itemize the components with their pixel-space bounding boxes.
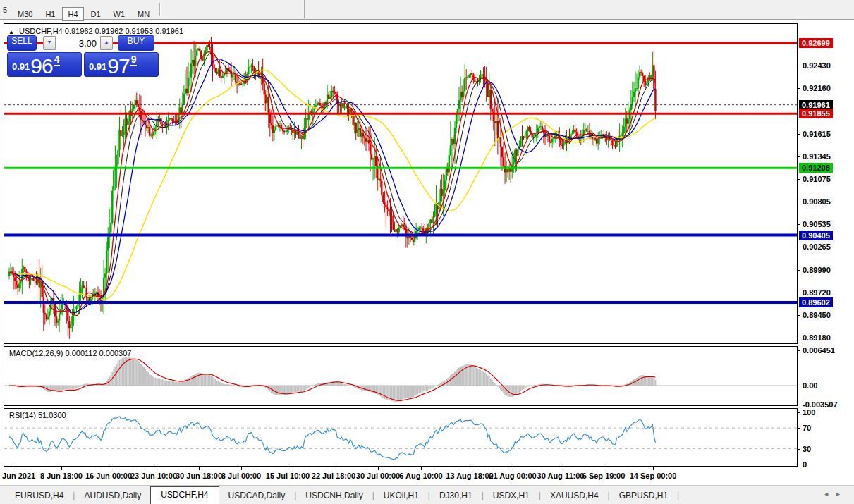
axis-tick <box>798 66 800 66</box>
chart-tab-AUDUSD-Daily[interactable]: AUDUSD,Daily <box>75 488 150 504</box>
axis-tick <box>798 247 800 247</box>
sell-button[interactable]: SELL <box>7 35 37 51</box>
chart-tab-USDCAD-Daily[interactable]: USDCAD,Daily <box>219 488 295 504</box>
time-tick <box>604 467 604 470</box>
sell-price-display[interactable]: 0.91 96 4 <box>7 52 82 77</box>
tab-scroll-left-icon[interactable]: ◄ <box>823 491 835 498</box>
buy-price-display[interactable]: 0.91 97 9 <box>84 52 159 77</box>
axis-tick <box>798 386 800 386</box>
chart-ohlc-values: 0.91962 0.91962 0.91953 0.91961 <box>65 27 183 35</box>
time-axis-label: 30 Jun 18:00 <box>176 472 222 480</box>
price-axis-label: 0.90805 <box>803 197 831 207</box>
time-axis-label: 16 Jun 00:00 <box>85 472 132 480</box>
axis-tick <box>798 224 800 225</box>
time-axis-label: 15 Jul 10:00 <box>266 472 310 480</box>
triangle-down-icon: ▼ <box>47 39 52 44</box>
time-tick <box>421 467 422 470</box>
time-tick <box>241 467 242 470</box>
volume-decrease-button[interactable]: ▼ <box>43 36 56 50</box>
time-tick <box>61 467 62 470</box>
time-tick <box>378 467 379 470</box>
price-axis-label: 0.92430 <box>803 61 831 70</box>
price-axis-label: 0.91615 <box>803 130 831 139</box>
chart-tab-USDX-H1[interactable]: USDX,H1 <box>484 488 539 504</box>
rsi-indicator-frame[interactable]: RSI(14) 51.0300 <box>4 408 798 467</box>
chart-symbol-label: USDCHF,H4 <box>19 27 63 35</box>
time-tick <box>513 467 513 470</box>
price-badge-blue: 0.90405 <box>799 231 833 240</box>
collapse-triangle-icon[interactable]: ▲ <box>8 29 14 35</box>
timeframe-button-group: 5M30H1H4D1W1MN <box>0 0 305 18</box>
chart-tab-DJ30-H1[interactable]: DJ30,H1 <box>430 488 482 504</box>
rsi-axis-label: 70 <box>803 424 811 433</box>
axis-tick <box>798 449 800 450</box>
chart-tab-EURUSD-H4[interactable]: EURUSD,H4 <box>6 488 73 504</box>
macd-indicator-frame[interactable]: MACD(12,26,9) 0.000112 0.000307 <box>4 346 798 406</box>
time-axis[interactable]: 1 Jun 20218 Jun 18:0016 Jun 00:0023 Jun … <box>0 467 798 485</box>
timeframe-button-partial[interactable]: 5 <box>1 3 11 17</box>
timeframe-button-W1[interactable]: W1 <box>108 7 131 21</box>
axis-tick <box>798 350 800 351</box>
price-badge-green: 0.91208 <box>799 163 833 173</box>
axis-tick <box>798 270 800 271</box>
timeframe-button-D1[interactable]: D1 <box>85 7 106 21</box>
timeframe-button-H4[interactable]: H4 <box>62 7 83 21</box>
time-tick <box>16 467 16 470</box>
price-axis-label: 0.90535 <box>803 220 831 229</box>
tab-scroll-arrows[interactable]: ◄► <box>823 491 847 498</box>
macd-label: MACD(12,26,9) 0.000112 0.000307 <box>9 349 131 357</box>
tab-scroll-right-icon[interactable]: ► <box>835 491 847 498</box>
time-axis-label: 14 Sep 00:00 <box>630 472 677 480</box>
price-axis[interactable]: 0.926990.924300.921600.919610.918550.916… <box>798 0 854 504</box>
time-axis-label: 6 Sep 19:00 <box>582 472 626 480</box>
time-tick <box>470 467 470 470</box>
chart-tab-USDCHF-H4[interactable]: USDCHF,H4 <box>150 486 219 504</box>
timeframe-button-MN[interactable]: MN <box>132 7 155 21</box>
sell-price-prefix: 0.91 <box>12 61 30 72</box>
chart-title: ▲ USDCHF,H4 0.91962 0.91962 0.91953 0.91… <box>8 27 183 35</box>
toolbar-separator <box>159 3 161 16</box>
tab-separator: | <box>677 491 679 504</box>
time-tick <box>199 467 200 470</box>
axis-tick <box>798 465 800 465</box>
axis-tick <box>798 179 800 180</box>
rsi-label: RSI(14) 51.0300 <box>9 411 66 419</box>
price-badge-red: 0.92699 <box>799 38 833 48</box>
chart-tab-GBPUSD-H1[interactable]: GBPUSD,H1 <box>610 488 677 504</box>
price-axis-label: 0.90265 <box>803 242 831 252</box>
macd-axis-label: 0.00 <box>803 381 817 391</box>
timeframe-button-M30[interactable]: M30 <box>12 7 38 21</box>
time-axis-label: 21 Aug 00:00 <box>489 472 536 480</box>
axis-tick <box>798 202 800 202</box>
triangle-up-icon: ▲ <box>104 39 109 44</box>
rsi-axis-label: 100 <box>803 408 815 417</box>
price-axis-label: 0.89180 <box>803 333 831 343</box>
chart-tab-UKOil-H1[interactable]: UKOil,H1 <box>374 488 428 504</box>
buy-button[interactable]: BUY <box>118 35 154 51</box>
time-tick <box>288 467 288 470</box>
volume-input[interactable] <box>56 37 100 49</box>
chart-tab-USDCNH-Daily[interactable]: USDCNH,Daily <box>296 488 372 504</box>
rsi-axis-label: 0 <box>803 460 807 469</box>
buy-price-big-digits: 97 <box>107 57 129 75</box>
time-axis-label: 13 Aug 18:00 <box>446 472 493 480</box>
axis-tick <box>798 412 800 413</box>
axis-tick <box>798 405 800 405</box>
timeframe-button-H1[interactable]: H1 <box>39 7 61 21</box>
time-axis-label: 30 Jul 00:00 <box>356 472 400 480</box>
price-badge-red: 0.91855 <box>799 109 833 118</box>
time-axis-label: 8 Jun 18:00 <box>40 472 83 480</box>
price-axis-label: 0.91345 <box>803 152 831 161</box>
chart-tab-bar: EURUSD,H4|AUDUSD,DailyUSDCHF,H4USDCAD,Da… <box>0 485 854 504</box>
axis-tick <box>798 88 800 89</box>
chart-tab-XAUUSD-H4[interactable]: XAUUSD,H4 <box>541 488 608 504</box>
volume-increase-button[interactable]: ▲ <box>100 36 113 50</box>
time-tick <box>154 467 154 470</box>
timeframe-toolbar: 5M30H1H4D1W1MN <box>0 0 854 20</box>
main-chart-frame[interactable]: ▲ USDCHF,H4 0.91962 0.91962 0.91953 0.91… <box>4 23 798 344</box>
price-axis-label: 0.91075 <box>803 175 831 184</box>
axis-tick <box>798 134 800 135</box>
sell-price-big-digits: 96 <box>30 57 52 75</box>
chart-tabs: EURUSD,H4|AUDUSD,DailyUSDCHF,H4USDCAD,Da… <box>6 486 679 504</box>
axis-tick <box>798 315 800 316</box>
